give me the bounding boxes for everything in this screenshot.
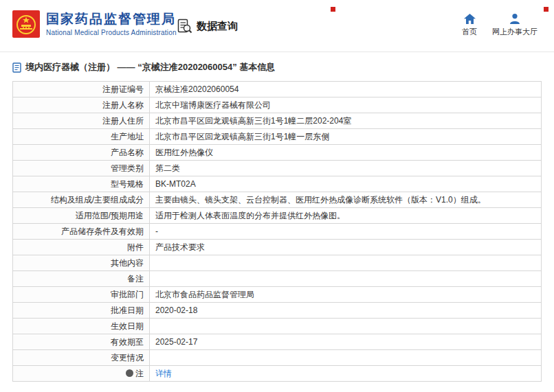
row-label: 结构及组成/主要组成成分 [13,192,150,208]
table-row: 备注 [13,271,542,287]
row-label: 注册人名称 [13,97,150,113]
row-label: 适用范围/预期用途 [13,208,150,224]
row-value: 主要由镜头、镜头支架、云台控制器、医用红外热成像诊断系统软件（版本：V1.0）组… [150,192,542,208]
row-label: 注册证编号 [13,82,150,97]
row-label: 其他内容 [13,255,150,271]
row-value: BK-MT02A [150,176,542,192]
row-value: 产品技术要求 [150,240,542,255]
row-value: 详情 [150,366,542,382]
table-row: 管理类别第二类 [13,161,542,176]
row-label: 附件 [13,240,150,255]
table-row: 生效日期 [13,319,542,334]
row-value [150,319,542,334]
row-label: 生产地址 [13,129,150,145]
row-label: 审批部门 [13,287,150,303]
row-value: 北京市昌平区回龙观镇高新三街1号1幢一层东侧 [150,129,542,145]
row-label: 管理类别 [13,161,150,176]
table-row: 注册人名称北京中瑞博康医疗器械有限公司 [13,97,542,113]
row-value: - [150,224,542,240]
red-marker-icon [544,7,549,12]
data-query-label: 数据查询 [197,20,238,33]
agency-title-cn: 国家药品监督管理局 [46,12,177,27]
nav-home[interactable]: 首页 [455,14,484,37]
table-row: 有效期至2025-02-17 [13,334,542,350]
page-title: 境内医疗器械（注册） —— “京械注准20202060054” 基本信息 [12,61,275,73]
row-value: 第二类 [150,161,542,176]
row-value [150,350,542,366]
row-label: 注册人住所 [13,113,150,129]
row-value: 适用于检测人体表面温度的分布并提供红外热像图。 [150,208,542,224]
nav-service-hall-label: 网上办事大厅 [492,27,538,37]
brand: 国家药品监督管理局 National Medical Products Admi… [12,10,177,38]
red-marker-icon [331,7,335,12]
row-label: 产品储存条件及有效期 [13,224,150,240]
table-row: 产品名称医用红外热像仪 [13,145,542,161]
row-value: 北京市昌平区回龙观镇高新三街1号1幢二层202-204室 [150,113,542,129]
brand-text: 国家药品监督管理局 National Medical Products Admi… [46,12,177,37]
table-row: 适用范围/预期用途适用于检测人体表面温度的分布并提供红外热像图。 [13,208,542,224]
table-row: 审批部门北京市食品药品监督管理局 [13,287,542,303]
row-value: 2020-02-18 [150,303,542,319]
row-label: 批准日期 [13,303,150,319]
nav-service-hall[interactable]: 网上办事大厅 [488,14,542,37]
row-value: 2025-02-17 [150,334,542,350]
row-label: 型号规格 [13,176,150,192]
note-icon [126,369,133,377]
table-row: 生产地址北京市昌平区回龙观镇高新三街1号1幢一层东侧 [13,129,542,145]
row-label: 变更情况 [13,350,150,366]
row-label: 注 [13,366,150,382]
row-value: 医用红外热像仪 [150,145,542,161]
data-query-icon [177,19,192,34]
person-icon [509,14,520,24]
row-value: 京械注准20202060054 [150,82,542,97]
detail-link[interactable]: 详情 [155,369,172,378]
nav-home-label: 首页 [462,27,477,37]
nav-data-query[interactable]: 数据查询 [177,19,238,34]
table-row: 产品储存条件及有效期- [13,224,542,240]
table-row: 结构及组成/主要组成成分主要由镜头、镜头支架、云台控制器、医用红外热成像诊断系统… [13,192,542,208]
table-row: 注册证编号京械注准20202060054 [13,82,542,97]
row-value: 北京市食品药品监督管理局 [150,287,542,303]
site-header: 国家药品监督管理局 National Medical Products Admi… [0,0,554,52]
registration-info-table: 注册证编号京械注准20202060054注册人名称北京中瑞博康医疗器械有限公司注… [12,81,542,382]
row-label: 生效日期 [13,319,150,334]
row-value [150,271,542,287]
table-row: 附件产品技术要求 [13,240,542,255]
table-row: 变更情况 [13,350,542,366]
row-label: 产品名称 [13,145,150,161]
page: 国家药品监督管理局 National Medical Products Admi… [0,0,554,392]
home-icon [464,14,476,24]
document-icon [12,62,21,73]
table-row: 注详情 [13,366,542,382]
table-row: 注册人住所北京市昌平区回龙观镇高新三街1号1幢二层202-204室 [13,113,542,129]
row-value [150,255,542,271]
page-title-text: 境内医疗器械（注册） —— “京械注准20202060054” 基本信息 [25,61,275,73]
row-label: 备注 [13,271,150,287]
table-row: 型号规格BK-MT02A [13,176,542,192]
table-row: 其他内容 [13,255,542,271]
row-label: 有效期至 [13,334,150,350]
row-value: 北京中瑞博康医疗器械有限公司 [150,97,542,113]
national-emblem-icon [12,10,40,38]
agency-title-en: National Medical Products Administration [46,29,177,36]
info-table-body: 注册证编号京械注准20202060054注册人名称北京中瑞博康医疗器械有限公司注… [13,82,542,382]
table-row: 批准日期2020-02-18 [13,303,542,319]
